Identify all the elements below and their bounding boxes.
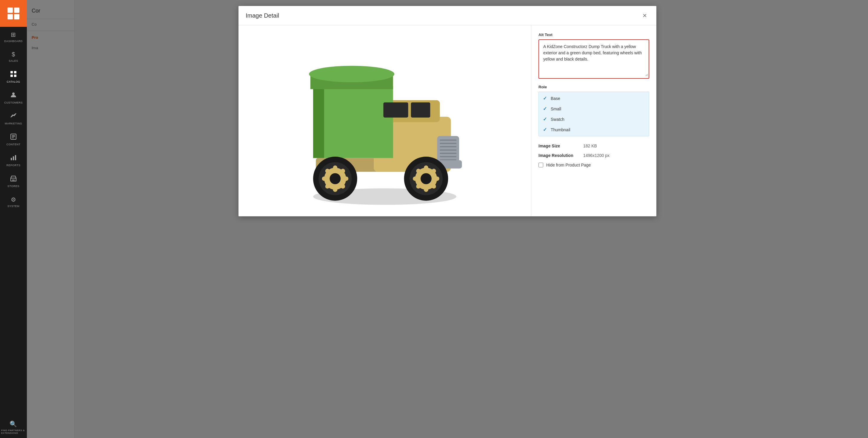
- svg-point-54: [413, 176, 417, 181]
- sidebar-item-label: REPORTS: [6, 164, 21, 167]
- role-name-base: Base: [551, 96, 560, 101]
- check-icon-thumbnail: ✓: [543, 127, 548, 132]
- hide-from-product-page-checkbox[interactable]: [538, 163, 543, 167]
- find-partners-icon: 🔍: [9, 420, 17, 428]
- modal-close-button[interactable]: ×: [640, 11, 649, 20]
- check-icon-base: ✓: [543, 95, 548, 101]
- customers-icon: [10, 92, 17, 100]
- sales-icon: $: [12, 51, 15, 58]
- svg-point-55: [435, 176, 439, 181]
- reports-icon: [10, 154, 17, 162]
- role-item-thumbnail[interactable]: ✓ Thumbnail: [539, 124, 649, 135]
- image-size-value: 182 KB: [583, 144, 597, 148]
- hide-from-product-page-row: Hide from Product Page: [538, 163, 649, 167]
- sidebar-item-label: STORES: [7, 185, 20, 188]
- svg-point-43: [344, 176, 348, 181]
- modal-title: Image Detail: [246, 12, 279, 19]
- main-area: Cor Co Pro Ima Image Detail ×: [27, 0, 868, 438]
- svg-point-44: [326, 169, 330, 174]
- modal-header: Image Detail ×: [239, 6, 656, 25]
- sidebar-item-find-partners[interactable]: 🔍 FIND PARTNERS & EXTENSIONS: [0, 417, 27, 438]
- alt-text-label: Alt Text: [538, 33, 649, 37]
- svg-rect-5: [14, 71, 17, 73]
- svg-rect-25: [383, 102, 408, 118]
- svg-point-46: [326, 184, 330, 189]
- svg-rect-0: [7, 7, 13, 13]
- svg-rect-16: [15, 155, 16, 160]
- image-size-label: Image Size: [538, 144, 583, 148]
- alt-text-input[interactable]: [540, 40, 648, 76]
- dashboard-icon: ⊞: [11, 31, 16, 38]
- svg-point-53: [424, 187, 428, 192]
- svg-point-41: [333, 187, 337, 192]
- image-size-row: Image Size 182 KB: [538, 144, 649, 148]
- image-resolution-value: 1496x1200 px: [583, 153, 610, 158]
- svg-point-57: [432, 184, 436, 189]
- modal-body: Alt Text Role ✓ Base: [239, 25, 656, 216]
- svg-marker-9: [11, 114, 16, 117]
- sidebar-logo[interactable]: [0, 0, 27, 27]
- svg-point-47: [341, 169, 345, 174]
- svg-point-42: [322, 176, 327, 181]
- sidebar-item-sales[interactable]: $ SALES: [0, 47, 27, 66]
- sidebar-item-label: SYSTEM: [7, 205, 20, 208]
- svg-point-8: [12, 93, 14, 95]
- svg-point-45: [341, 184, 345, 189]
- svg-point-56: [416, 169, 421, 174]
- role-name-small: Small: [551, 106, 561, 111]
- sidebar-item-marketing[interactable]: MARKETING: [0, 108, 27, 129]
- role-item-swatch[interactable]: ✓ Swatch: [539, 114, 649, 124]
- svg-point-40: [333, 165, 337, 170]
- sidebar-item-catalog[interactable]: CATALOG: [0, 66, 27, 87]
- alt-text-container: [538, 39, 649, 79]
- sidebar-item-label: CONTENT: [6, 143, 21, 146]
- sidebar-item-dashboard[interactable]: ⊞ DASHBOARD: [0, 27, 27, 47]
- svg-point-39: [330, 173, 341, 184]
- svg-rect-6: [10, 74, 13, 77]
- role-item-small[interactable]: ✓ Small: [539, 103, 649, 114]
- sidebar-item-label: CUSTOMERS: [4, 101, 23, 104]
- sidebar: ⊞ DASHBOARD $ SALES CATALOG CUSTOMERS: [0, 0, 27, 438]
- modal-image-area: [239, 25, 531, 216]
- sidebar-item-label: DASHBOARD: [4, 40, 23, 43]
- role-item-base[interactable]: ✓ Base: [539, 93, 649, 103]
- sidebar-item-label: CATALOG: [6, 80, 20, 83]
- svg-rect-7: [14, 74, 17, 77]
- svg-rect-4: [10, 71, 13, 73]
- svg-point-51: [421, 173, 432, 184]
- content-icon: [10, 133, 17, 142]
- role-section: Role ✓ Base ✓ Small ✓: [538, 85, 649, 136]
- image-detail-modal: Image Detail ×: [239, 6, 656, 216]
- sidebar-item-label: MARKETING: [5, 122, 22, 125]
- sidebar-item-reports[interactable]: REPORTS: [0, 150, 27, 171]
- svg-rect-2: [7, 14, 13, 20]
- role-list: ✓ Base ✓ Small ✓ Swatch: [538, 92, 649, 136]
- svg-rect-3: [14, 14, 20, 20]
- svg-rect-14: [11, 158, 12, 160]
- svg-point-58: [416, 184, 421, 189]
- sidebar-item-system[interactable]: ⚙ SYSTEM: [0, 192, 27, 212]
- sidebar-item-label: FIND PARTNERS & EXTENSIONS: [1, 429, 26, 434]
- svg-point-24: [309, 66, 394, 82]
- sidebar-item-customers[interactable]: CUSTOMERS: [0, 87, 27, 108]
- alt-text-section: Alt Text: [538, 33, 649, 79]
- modal-overlay: Image Detail ×: [27, 0, 868, 438]
- image-resolution-label: Image Resolution: [538, 153, 583, 158]
- sidebar-item-stores[interactable]: STORES: [0, 171, 27, 192]
- role-name-thumbnail: Thumbnail: [551, 127, 570, 132]
- stores-icon: [10, 175, 17, 183]
- svg-point-52: [424, 165, 428, 170]
- image-resolution-row: Image Resolution 1496x1200 px: [538, 153, 649, 158]
- svg-rect-1: [14, 7, 20, 13]
- sidebar-bottom: 🔍 FIND PARTNERS & EXTENSIONS: [0, 417, 27, 438]
- sidebar-item-label: SALES: [9, 59, 18, 62]
- check-icon-swatch: ✓: [543, 116, 548, 122]
- hide-from-product-page-label[interactable]: Hide from Product Page: [546, 163, 591, 167]
- product-image: [280, 31, 489, 210]
- svg-rect-17: [11, 178, 16, 181]
- role-label: Role: [538, 85, 649, 89]
- svg-rect-26: [411, 102, 430, 118]
- sidebar-item-content[interactable]: CONTENT: [0, 129, 27, 150]
- marketing-icon: [10, 113, 17, 121]
- svg-rect-15: [13, 156, 14, 160]
